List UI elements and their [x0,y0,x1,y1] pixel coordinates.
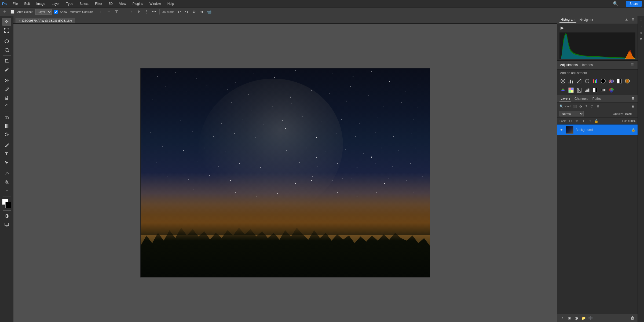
histogram-play-btn[interactable]: ▶ [559,25,565,30]
lock-image-icon[interactable]: ✏ [575,119,579,123]
canvas-scroll[interactable] [13,24,557,322]
layer-mask-icon[interactable]: ◉ [566,315,572,321]
stamp-tool[interactable] [2,94,11,102]
document-tab[interactable]: × DSC00579.ARW @ 33.3% (RGB/16*) [16,18,75,23]
background-color[interactable] [5,202,11,208]
collapse-icon[interactable]: « [638,30,644,35]
colorbalance-icon[interactable] [608,78,615,85]
adjust-icon[interactable]: ⚙ [638,36,644,42]
libraries-tab[interactable]: Libraries [580,63,593,67]
quick-mask-mode[interactable] [2,212,11,220]
symmetry-icon[interactable]: ⇔ [199,9,204,14]
menu-item-file[interactable]: File [11,1,19,6]
menu-item-help[interactable]: Help [166,1,176,6]
brush-settings-icon[interactable]: ⚙ [192,9,197,14]
histogram-tab[interactable]: Histogram [559,17,576,23]
more-tools[interactable]: ••• [2,187,11,195]
crop-tool[interactable] [2,57,11,65]
selectivecolor-icon[interactable] [608,87,615,94]
menu-item-layer[interactable]: Layer [50,1,61,6]
layer-adjustment-icon[interactable]: ◑ [573,315,579,321]
lasso-tool[interactable] [2,37,11,45]
filter-pixel-icon[interactable]: ⬛ [573,104,577,109]
brightness-contrast-icon[interactable] [559,78,566,85]
quick-select-tool[interactable] [2,46,11,54]
move-tool[interactable]: ✛ [2,18,11,26]
align-left-icon[interactable]: ⊢ [99,9,104,14]
threshold-icon[interactable] [592,87,599,94]
colorlookup-icon[interactable] [568,87,575,94]
menu-item-view[interactable]: View [118,1,128,6]
brush-tool[interactable] [2,85,11,93]
filter-smart-icon[interactable]: ⊞ [595,104,600,109]
lock-artboards-icon[interactable]: ⊡ [587,119,592,123]
menu-item-window[interactable]: Window [148,1,163,6]
align-center-h-icon[interactable]: ⊣ [106,9,112,14]
show-transform-checkbox[interactable] [54,10,58,14]
blur-tool[interactable] [2,130,11,138]
paths-tab[interactable]: Paths [591,96,602,101]
layers-menu-icon[interactable]: ☰ [630,96,635,101]
lock-pixels-icon[interactable]: ⬡ [568,119,573,123]
align-center-v-icon[interactable]: ⊦ [129,9,134,14]
share-button[interactable]: Share [626,1,642,7]
history-brush-tool[interactable] [2,102,11,110]
tab-close-icon[interactable]: × [19,19,21,22]
navigator-tab[interactable]: Navigator [579,17,594,22]
layers-tab[interactable]: Layers [559,96,571,101]
gradient-tool[interactable] [2,122,11,130]
invert-icon[interactable] [576,87,583,94]
screen-mode[interactable] [2,221,11,229]
hand-tool[interactable] [2,170,11,178]
gradientmap-icon[interactable] [600,87,607,94]
channelmixer-icon[interactable] [559,87,566,94]
auto-select-dropdown[interactable]: Layer Group [35,9,52,15]
filter-toggle[interactable]: ◉ [631,104,635,109]
undo-icon[interactable]: ↩ [177,9,182,14]
align-top-icon[interactable]: ⊥ [121,9,127,14]
filter-adjustment-icon[interactable]: ◑ [578,104,583,109]
vibrance-icon[interactable] [592,78,599,85]
video-icon[interactable]: 📹 [207,9,212,14]
lock-all-icon[interactable]: 🔒 [594,119,599,123]
layer-delete-icon[interactable]: 🗑 [630,315,635,321]
panels-icon[interactable]: ☰ [638,17,644,23]
redo-icon[interactable]: ↪ [184,9,189,14]
filter-type-icon[interactable]: T [584,104,589,109]
exposure-icon[interactable] [584,78,591,85]
menu-item-filter[interactable]: Filter [93,1,104,6]
channels-tab[interactable]: Channels [573,96,589,101]
path-select-tool[interactable] [2,159,11,167]
menu-item-edit[interactable]: Edit [23,1,31,6]
menu-item-image[interactable]: Image [35,1,47,6]
heal-tool[interactable] [2,76,11,85]
zoom-tool[interactable] [2,178,11,186]
layer-fx-icon[interactable]: ƒ [559,315,565,321]
align-bottom-icon[interactable]: ⊧ [136,9,142,14]
eraser-tool[interactable] [2,113,11,121]
photofilter-icon[interactable] [624,78,631,85]
adjustments-tab[interactable]: Adjustments [560,63,578,67]
layer-visibility-icon[interactable]: 👁 [559,128,564,132]
filter-shape-icon[interactable]: ⬡ [590,104,594,109]
ps-logo[interactable]: Ps [2,2,7,6]
pen-tool[interactable] [2,141,11,149]
hsl-icon[interactable] [600,78,607,85]
bw-icon[interactable] [616,78,623,85]
curves-icon[interactable] [576,78,583,85]
levels-icon[interactable] [568,78,575,85]
posterize-icon[interactable] [584,87,591,94]
layer-folder-icon[interactable]: 📁 [580,315,586,321]
eyedropper-tool[interactable] [2,65,11,74]
menu-item-select[interactable]: Select [78,1,90,6]
more-options-icon[interactable]: ••• [151,9,157,14]
info-icon[interactable]: ℹ [638,24,644,29]
align-right-icon[interactable]: ⊤ [114,9,119,14]
menu-item-plugins[interactable]: Plugins [131,1,145,6]
type-tool[interactable]: T [2,150,11,158]
adjustments-menu-icon[interactable]: ☰ [630,62,635,68]
arrange-button[interactable]: ⊡ [620,2,624,6]
distribute-icon[interactable]: ⋮ [144,9,149,14]
search-button[interactable]: 🔍 [613,1,618,6]
histogram-warning-icon[interactable]: ⚠ [624,17,629,23]
